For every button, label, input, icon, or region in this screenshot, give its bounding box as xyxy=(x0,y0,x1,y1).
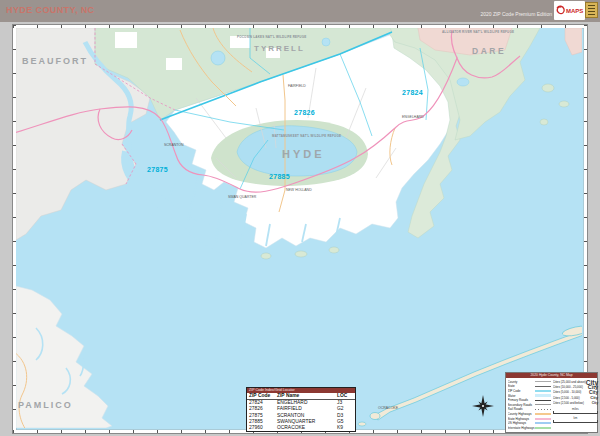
logo-text: MAPS xyxy=(566,8,583,14)
seller-badge xyxy=(585,2,598,18)
county-title: HYDE COUNTY, NC xyxy=(6,5,95,15)
zip-label-27885: 27885 xyxy=(269,173,290,180)
scale-bar-miles: miles xyxy=(553,408,598,415)
zip-table-header: ZIP Code ZIP Name LOC xyxy=(247,393,355,400)
county-label-hyde: HYDE xyxy=(282,148,325,160)
legend-cities-scale: Cities (25,000 and above)City Cities (10… xyxy=(551,380,598,431)
county-label-tyrrell: TYRRELL xyxy=(254,44,305,53)
edition-label: 2020 ZIP Code Premium Edition xyxy=(480,11,552,17)
county-label-beaufort: BEAUFORT xyxy=(22,56,88,66)
town-label-new-holland: NEW HOLLAND xyxy=(286,188,312,192)
legend-item: Interstate Highways xyxy=(508,425,551,430)
map-canvas: BEAUFORT TYRRELL DARE HYDE PAMLICO 27824… xyxy=(16,28,584,430)
publisher-logo: MAPS xyxy=(554,1,585,20)
secondary-road-swatch xyxy=(535,404,551,405)
title-bar: HYDE COUNTY, NC 2020 ZIP Code Premium Ed… xyxy=(0,0,600,22)
zip-label-27824: 27824 xyxy=(402,89,423,96)
town-label-ocracoke: OCRACOKE xyxy=(378,406,398,410)
legend-body: County State ZIP Code Water Primary Road… xyxy=(506,378,597,432)
cell-name: OCRACOKE xyxy=(277,425,337,431)
cell-zip: 27960 xyxy=(247,425,277,431)
scale-bracket xyxy=(553,411,598,415)
zip-swatch xyxy=(535,390,551,393)
legend-symbols: County State ZIP Code Water Primary Road… xyxy=(508,380,551,431)
interstate-swatch xyxy=(535,427,551,429)
state-highway-swatch xyxy=(535,418,551,420)
scale-bar-km: km xyxy=(553,417,598,424)
map-svg xyxy=(16,28,582,428)
rail-road-swatch xyxy=(535,409,551,410)
us-highway-swatch xyxy=(535,422,551,424)
county-line-swatch xyxy=(535,381,551,382)
refuge-label-alligator: ALLIGATOR RIVER NAT'L WILDLIFE REFUGE xyxy=(442,31,476,34)
new-lake xyxy=(211,51,225,65)
col-zip-code: ZIP Code xyxy=(247,393,277,399)
town-label-fairfield: FAIRFIELD xyxy=(288,84,306,88)
town-label-scranton: SCRANTON xyxy=(164,143,184,147)
county-label-dare: DARE xyxy=(472,46,506,56)
city-class-row: Cities (2,500 - 5,000)City xyxy=(553,395,598,400)
town-label-swanquarter: SWAN QUARTER xyxy=(228,195,256,199)
refuge-label-mattamuskeet: MATTAMUSKEET NAT'L WILDLIFE REFUGE xyxy=(272,135,306,138)
col-zip-name: ZIP Name xyxy=(277,393,337,399)
table-row: 27960 OCRACOKE K9 xyxy=(247,425,355,431)
scale-bracket xyxy=(553,420,598,424)
refuge-label-pocosin: POCOSIN LAKES NAT'L WILDLIFE REFUGE xyxy=(237,36,271,39)
zip-label-27875: 27875 xyxy=(147,166,168,173)
town-label-engelhard: ENGELHARD xyxy=(402,115,424,119)
dare-pond xyxy=(457,78,469,86)
primary-road-swatch xyxy=(535,400,551,401)
map-legend: 2020 Hyde County, NC Map County State ZI… xyxy=(505,372,598,433)
county-highway-swatch xyxy=(535,413,551,415)
map-frame: BEAUFORT TYRRELL DARE HYDE PAMLICO 27824… xyxy=(12,24,588,434)
small-pond xyxy=(322,38,330,46)
county-label-pamlico: PAMLICO xyxy=(18,400,73,410)
logo-swirl-icon xyxy=(554,3,566,19)
city-class-row: Cities (2,500 and below)City xyxy=(553,400,598,405)
cell-loc: K9 xyxy=(337,425,355,431)
water-swatch xyxy=(535,394,551,397)
state-line-swatch xyxy=(535,386,551,387)
map-page: HYDE COUNTY, NC 2020 ZIP Code Premium Ed… xyxy=(0,0,600,436)
col-loc: LOC xyxy=(337,393,355,399)
zip-label-27826: 27826 xyxy=(294,109,315,116)
zip-code-index-table: ZIP Code Index/Grid Locator ZIP Code ZIP… xyxy=(246,387,356,432)
